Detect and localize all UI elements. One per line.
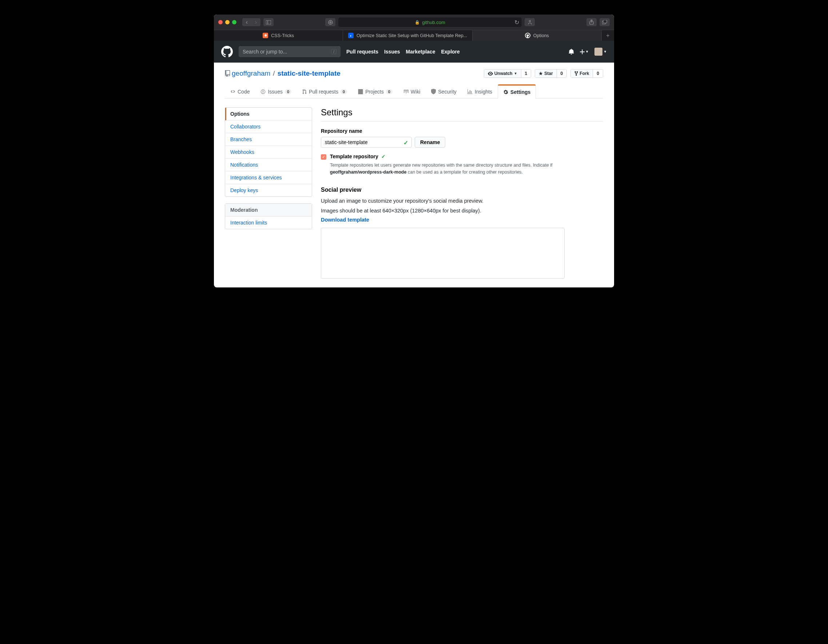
dropbox-icon: ⬧ — [348, 33, 354, 38]
new-tab-button[interactable]: + — [602, 30, 614, 41]
repo-name-label: Repository name — [321, 128, 603, 134]
github-search[interactable]: Search or jump to... / — [238, 46, 340, 57]
repo-head: geoffgraham / static-site-template Unwat… — [214, 63, 614, 99]
watch-button[interactable]: Unwatch ▼ 1 — [484, 69, 532, 78]
repo-name-input[interactable] — [321, 137, 412, 148]
svg-point-3 — [329, 22, 331, 23]
star-button[interactable]: ★Star 0 — [535, 69, 567, 78]
tab-settings[interactable]: Settings — [498, 85, 536, 99]
check-icon: ✓ — [403, 139, 408, 146]
notifications-icon[interactable] — [569, 49, 574, 55]
svg-point-2 — [328, 20, 332, 24]
add-dropdown[interactable]: ▼ — [580, 49, 589, 54]
repo-title: geoffgraham / static-site-template — [225, 69, 340, 77]
nav-explore[interactable]: Explore — [441, 49, 459, 55]
reader-button[interactable] — [525, 18, 535, 26]
sidebar-item-notifications[interactable]: Notifications — [225, 159, 312, 171]
git-pull-request-icon — [302, 89, 307, 94]
sidebar-moderation-header: Moderation — [225, 204, 312, 217]
sidebar-item-options[interactable]: Options — [225, 108, 312, 121]
forward-button[interactable]: › — [251, 19, 260, 25]
css-tricks-icon: ✱ — [263, 33, 268, 38]
repo-owner-link[interactable]: geoffgraham — [232, 69, 270, 77]
sidebar-item-interaction-limits[interactable]: Interaction limits — [225, 217, 312, 229]
rename-button[interactable]: Rename — [415, 137, 445, 148]
privacy-button[interactable] — [325, 18, 336, 26]
tab-issues[interactable]: Issues0 — [255, 85, 297, 98]
template-checkbox-label: Template repository ✓ — [330, 154, 386, 159]
sidebar-item-deploy-keys[interactable]: Deploy keys — [225, 184, 312, 196]
sidebar-toggle[interactable] — [263, 18, 274, 26]
user-menu[interactable]: ▼ — [594, 48, 607, 56]
social-preview-text-2: Images should be at least 640×320px (128… — [321, 207, 603, 215]
svg-rect-0 — [266, 20, 271, 24]
nav-buttons: ‹ › — [242, 18, 260, 26]
tab-code[interactable]: Code — [225, 85, 255, 98]
social-preview-heading: Social preview — [321, 187, 603, 193]
sidebar-item-collaborators[interactable]: Collaborators — [225, 121, 312, 133]
eye-icon — [488, 72, 493, 76]
settings-sidebar: Options Collaborators Branches Webhooks … — [225, 107, 312, 279]
book-icon — [403, 89, 409, 94]
code-icon — [230, 89, 235, 94]
close-dot[interactable] — [218, 20, 223, 24]
sidebar-item-integrations[interactable]: Integrations & services — [225, 171, 312, 184]
gear-icon — [503, 90, 508, 94]
page-title: Settings — [321, 107, 603, 121]
issues-icon — [260, 89, 265, 94]
traffic-lights — [218, 20, 237, 24]
repo-name-link[interactable]: static-site-template — [278, 69, 340, 77]
template-checkbox[interactable]: ✓ — [321, 154, 326, 160]
browser-tabs: ✱ CSS-Tricks ⬧ Optimize Static Site Setu… — [214, 30, 614, 41]
browser-toolbar: ‹ › 🔒 github.com ↻ — [214, 14, 614, 30]
nav-pull-requests[interactable]: Pull requests — [347, 49, 378, 55]
download-template-link[interactable]: Download template — [321, 217, 369, 223]
slash-key-icon: / — [331, 49, 337, 54]
shield-icon — [431, 89, 436, 94]
tab-insights[interactable]: Insights — [462, 85, 498, 98]
browser-chrome: ‹ › 🔒 github.com ↻ — [214, 14, 614, 41]
sidebar-item-branches[interactable]: Branches — [225, 133, 312, 146]
browser-tab-dropbox[interactable]: ⬧ Optimize Static Site Setup with GitHub… — [343, 30, 472, 41]
page-body: Options Collaborators Branches Webhooks … — [214, 99, 614, 287]
tab-wiki[interactable]: Wiki — [398, 85, 426, 98]
check-icon: ✓ — [381, 154, 386, 159]
nav-issues[interactable]: Issues — [384, 49, 400, 55]
template-help-text: Template repositories let users generate… — [330, 162, 603, 176]
browser-tab-github[interactable]: Options — [472, 30, 602, 41]
fork-icon — [574, 71, 578, 76]
tab-pull-requests[interactable]: Pull requests0 — [297, 85, 353, 98]
github-icon — [525, 33, 530, 38]
github-header-right: ▼ ▼ — [569, 48, 607, 56]
share-button[interactable] — [586, 18, 597, 26]
graph-icon — [467, 89, 472, 94]
browser-window: ‹ › 🔒 github.com ↻ — [214, 14, 614, 287]
svg-rect-8 — [603, 20, 607, 23]
browser-tab-css-tricks[interactable]: ✱ CSS-Tricks — [214, 30, 343, 41]
tabs-button[interactable] — [599, 18, 610, 26]
lock-icon: 🔒 — [415, 20, 420, 25]
avatar — [594, 48, 602, 56]
project-icon — [358, 89, 363, 94]
repo-icon — [225, 70, 230, 77]
github-nav: Pull requests Issues Marketplace Explore — [347, 49, 460, 55]
zoom-dot[interactable] — [232, 20, 237, 24]
minimize-dot[interactable] — [225, 20, 229, 24]
repo-actions: Unwatch ▼ 1 ★Star 0 Fork 0 — [484, 69, 603, 78]
social-preview-upload[interactable] — [321, 228, 565, 279]
nav-marketplace[interactable]: Marketplace — [406, 49, 436, 55]
github-header: Search or jump to... / Pull requests Iss… — [214, 41, 614, 63]
url-domain: github.com — [422, 20, 445, 25]
star-icon: ★ — [539, 71, 543, 76]
url-bar[interactable]: 🔒 github.com — [338, 17, 522, 27]
repo-tabs: Code Issues0 Pull requests0 Projects0 Wi… — [225, 85, 603, 99]
back-button[interactable]: ‹ — [242, 19, 251, 25]
reload-button[interactable]: ↻ — [511, 18, 522, 26]
tab-projects[interactable]: Projects0 — [353, 85, 398, 98]
svg-point-4 — [529, 20, 530, 22]
tab-security[interactable]: Security — [426, 85, 462, 98]
sidebar-item-webhooks[interactable]: Webhooks — [225, 146, 312, 159]
settings-main: Settings Repository name ✓ Rename ✓ Temp… — [321, 107, 603, 279]
fork-button[interactable]: Fork 0 — [571, 69, 603, 78]
github-logo[interactable] — [221, 46, 233, 58]
